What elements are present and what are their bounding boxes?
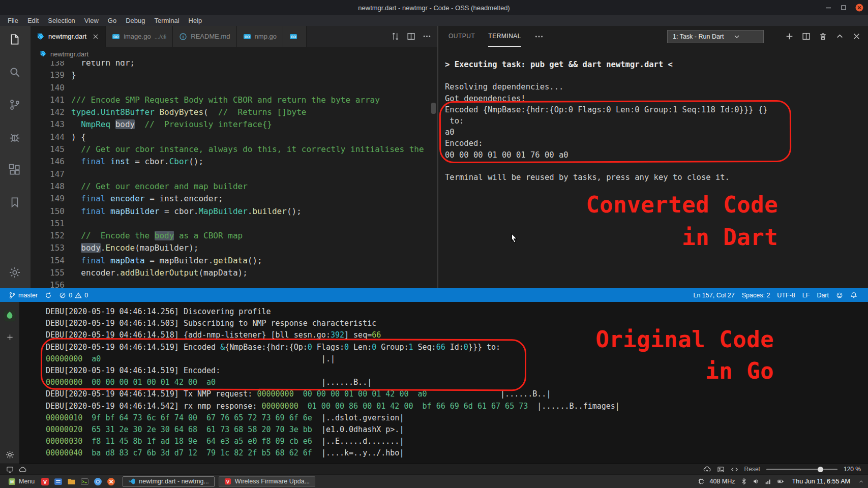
activity-bookmarks[interactable]	[8, 196, 22, 210]
sync-button[interactable]	[41, 288, 55, 302]
log-token	[197, 413, 206, 422]
log-token	[82, 378, 92, 387]
log-token	[528, 402, 537, 411]
zoom-slider[interactable]	[766, 466, 837, 472]
line-content	[65, 82, 76, 94]
encoding-indicator[interactable]: UTF-8	[773, 292, 798, 299]
launcher-terminal[interactable]	[80, 477, 89, 486]
cursor-position[interactable]: Ln 157, Col 27	[690, 292, 738, 299]
zoom-slider-thumb[interactable]	[818, 467, 823, 472]
tab-nmp.go[interactable]: GOnmp.go	[237, 26, 283, 47]
activity-source-control[interactable]	[8, 98, 22, 112]
app-icon[interactable]	[3, 309, 16, 322]
indentation-indicator[interactable]: Spaces: 2	[738, 292, 774, 299]
log-token: Flags:	[312, 343, 344, 352]
notifications-button[interactable]	[847, 292, 861, 299]
log-token: DEBU[2020-05-19 04:46:14.256] Discoverin…	[46, 307, 271, 316]
language-indicator[interactable]: Dart	[813, 292, 832, 299]
log-token: 00000000	[46, 354, 82, 363]
window-button[interactable]: VWireless Firmware Upda...	[219, 476, 315, 487]
activity-explorer[interactable]	[8, 33, 22, 47]
volume-icon[interactable]	[753, 478, 760, 485]
activity-search[interactable]	[8, 66, 22, 80]
launcher-app-orange[interactable]	[107, 477, 115, 486]
code-line: 140	[31, 82, 437, 94]
activity-debug[interactable]	[8, 131, 22, 145]
sidebar-gear-icon[interactable]	[5, 450, 15, 460]
menu-edit[interactable]: Edit	[23, 17, 43, 24]
tab-README.md[interactable]: README.md	[173, 26, 236, 47]
problems-indicator[interactable]: 0 0	[55, 288, 92, 302]
image-icon[interactable]	[717, 466, 725, 473]
terminal-output[interactable]: > Executing task: pub get && dart newtmg…	[438, 47, 868, 288]
log-output[interactable]: DEBU[2020-05-19 04:46:14.256] Discoverin…	[19, 302, 868, 464]
tab-newtmgr.dart[interactable]: newtmgr.dart	[31, 26, 106, 47]
menu-go[interactable]: Go	[103, 17, 121, 24]
debug-icon	[8, 131, 21, 144]
launcher-chromium[interactable]	[94, 477, 102, 486]
new-terminal-button[interactable]	[785, 32, 794, 41]
menu-selection[interactable]: Selection	[43, 17, 79, 24]
log-token	[298, 402, 308, 411]
go-file-icon: GO	[243, 33, 251, 41]
kill-terminal-button[interactable]	[819, 32, 827, 41]
code-editor[interactable]: 138 return hdr;139}140 141/// Encode SMP…	[31, 61, 437, 288]
menu-terminal[interactable]: Terminal	[149, 17, 184, 24]
maximize-button[interactable]	[840, 4, 848, 12]
split-terminal-button[interactable]	[802, 32, 811, 41]
clock[interactable]: Thu Jun 11, 6:55 AM	[789, 478, 853, 485]
launcher-folder[interactable]	[67, 477, 76, 486]
code-icon[interactable]	[731, 466, 738, 473]
feedback-button[interactable]	[832, 292, 847, 299]
panel-tab-output[interactable]: OUTPUT	[448, 26, 475, 47]
warning-count: 0	[84, 292, 88, 299]
log-token	[413, 402, 422, 411]
code-token: return hdr;	[71, 61, 135, 68]
branch-indicator[interactable]: master	[5, 288, 41, 302]
tray-expand-icon[interactable]	[858, 479, 864, 484]
cpu-icon[interactable]	[698, 478, 705, 485]
cloud-upload-icon[interactable]	[703, 466, 711, 473]
tab-truncated[interactable]: GO	[283, 26, 307, 47]
launcher-file-manager[interactable]	[54, 477, 63, 486]
reset-button[interactable]: Reset	[744, 466, 760, 473]
tab-image.go[interactable]: GOimage.go.../cli	[106, 26, 173, 47]
code-token: final	[81, 206, 105, 216]
new-session-icon[interactable]	[6, 333, 14, 341]
close-panel-button[interactable]	[852, 32, 861, 41]
panel-tab-terminal[interactable]: TERMINAL	[488, 26, 521, 47]
breadcrumb[interactable]: newtmgr.dart	[31, 47, 437, 61]
code-token: = cbor.	[159, 206, 198, 216]
compare-changes-button[interactable]	[391, 32, 400, 41]
menu-debug[interactable]: Debug	[121, 17, 149, 24]
activity-extensions[interactable]	[8, 163, 22, 177]
cloud-icon[interactable]	[19, 466, 26, 473]
close-button[interactable]	[855, 3, 864, 12]
eol-indicator[interactable]: LF	[799, 292, 814, 299]
menu-help[interactable]: Help	[184, 17, 207, 24]
tab-close-icon[interactable]	[92, 33, 99, 40]
menu-view[interactable]: View	[80, 17, 103, 24]
window-button[interactable]: newtmgr.dart - newtmg...	[123, 476, 215, 487]
svg-text:V: V	[226, 479, 229, 484]
bluetooth-icon[interactable]	[740, 478, 747, 485]
battery-icon[interactable]	[777, 478, 784, 485]
line-content: final encoder = inst.encoder;	[65, 193, 223, 205]
editor-scrollbar-thumb[interactable]	[431, 103, 436, 114]
menu-button[interactable]: M Menu	[4, 475, 39, 488]
menu-file[interactable]: File	[3, 17, 23, 24]
code-line: 147	[31, 168, 437, 180]
activity-settings[interactable]	[8, 266, 22, 280]
launcher-vivaldi[interactable]: V	[41, 477, 49, 486]
panel-more-button[interactable]	[534, 32, 544, 41]
more-actions-button[interactable]	[423, 32, 431, 41]
task-dropdown[interactable]: 1: Task - Run Dart	[667, 30, 764, 43]
network-signal-icon[interactable]	[765, 478, 772, 485]
log-window-toolbar: Reset 120 %	[0, 464, 868, 474]
split-editor-button[interactable]	[407, 32, 415, 41]
minimize-button[interactable]	[824, 4, 832, 12]
log-line: DEBU[2020-05-19 04:46:14.542] rx nmp res…	[46, 401, 868, 412]
display-icon[interactable]	[6, 466, 14, 473]
explorer-icon	[8, 33, 21, 46]
maximize-panel-button[interactable]	[835, 32, 844, 41]
